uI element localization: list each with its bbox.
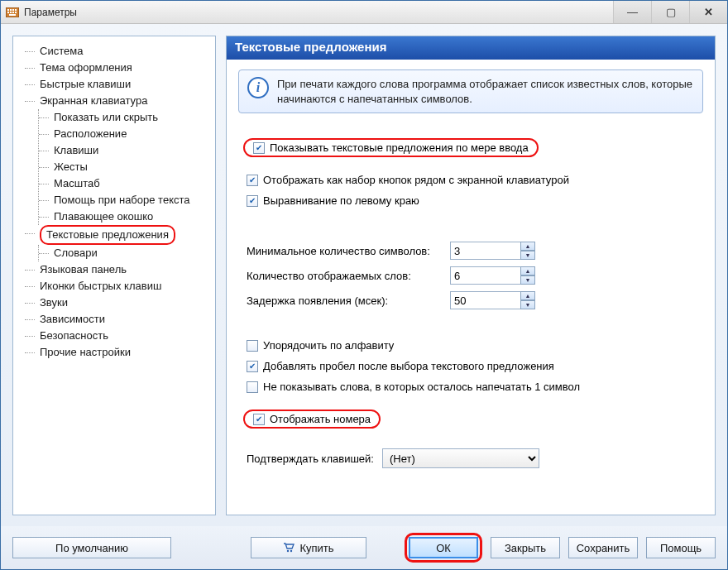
checkbox-hide-one-left[interactable]: Не показывать слова, в которых осталось … [247,381,703,393]
svg-rect-4 [15,9,17,11]
spin-up-icon[interactable]: ▲ [520,266,535,275]
tree-item-sounds[interactable]: Звуки [25,295,212,311]
checkbox-left-align[interactable]: Выравнивание по левому краю [247,194,703,207]
spin-down-icon[interactable]: ▼ [520,251,535,260]
info-icon: i [247,77,269,98]
svg-rect-7 [12,12,14,13]
close-button[interactable]: ✕ [689,1,727,23]
tree-item-dictionaries[interactable]: Словари [39,245,212,261]
tree-item-onscreen-keyboard[interactable]: Экранная клавиатура [25,93,212,109]
checkbox-icon [253,414,265,425]
minimize-button[interactable]: — [613,1,651,23]
app-icon [6,7,19,18]
spin-up-icon[interactable]: ▲ [520,291,535,300]
tree-item-lang-panel[interactable]: Языковая панель [25,261,212,278]
word-count-input[interactable] [450,266,521,285]
window-title: Параметры [24,7,613,18]
spin-down-icon[interactable]: ▼ [520,300,535,309]
spin-down-icon[interactable]: ▼ [520,275,535,285]
tree-item-misc[interactable]: Прочие настройки [25,344,212,361]
close-dialog-button[interactable]: Закрыть [491,537,560,558]
nav-tree: Система Тема оформления Быстрые клавиши … [13,40,215,364]
ok-highlight: ОК [405,533,482,563]
checkbox-icon [247,381,258,393]
svg-rect-6 [10,12,12,13]
checkbox-icon [247,340,258,352]
checkbox-alpha-sort[interactable]: Упорядочить по алфавиту [247,339,703,352]
checkbox-icon [253,142,265,154]
save-button[interactable]: Сохранить [568,537,638,558]
tree-item-hotkey-icons[interactable]: Иконки быстрых клавиш [25,278,212,295]
tree-item-gestures[interactable]: Жесты [39,159,212,175]
help-button[interactable]: Помощь [646,537,716,558]
tree-item-layout[interactable]: Расположение [39,126,212,142]
section-body: i При печати каждого слова программа ото… [227,60,715,515]
checkbox-icon [247,195,258,207]
buy-button[interactable]: Купить [251,537,366,558]
checkbox-icon [247,361,258,372]
svg-rect-9 [9,14,16,16]
field-min-chars: Минимальное количество символов: ▲▼ [247,242,703,260]
info-text: При печати каждого слова программа отобр… [277,77,694,106]
svg-rect-5 [7,12,9,13]
confirm-key-select[interactable]: (Нет) [382,448,539,468]
info-box: i При печати каждого слова программа ото… [238,69,703,113]
checkbox-as-buttons[interactable]: Отображать как набор кнопок рядом с экра… [247,174,703,186]
tree-item-hotkeys[interactable]: Быстрые клавиши [25,76,212,93]
field-confirm-key: Подтверждать клавишей: (Нет) [247,448,703,468]
tree-item-security[interactable]: Безопасность [25,328,212,344]
tree-item-theme[interactable]: Тема оформления [25,60,212,76]
svg-rect-8 [15,12,17,13]
content-area: Система Тема оформления Быстрые клавиши … [1,24,727,526]
tree-item-system[interactable]: Система [25,43,212,60]
settings-window: Параметры — ▢ ✕ Система Тема оформления … [0,0,728,570]
tree-item-scale[interactable]: Масштаб [39,175,212,192]
settings-panel: Текстовые предложения i При печати каждо… [226,36,716,515]
tree-item-deps[interactable]: Зависимости [25,311,212,328]
tree-item-show-hide[interactable]: Показать или скрыть [39,109,212,126]
maximize-button[interactable]: ▢ [651,1,689,23]
svg-rect-2 [10,9,12,11]
svg-rect-3 [12,9,14,11]
checkbox-add-space[interactable]: Добавлять пробел после выбора текстового… [247,360,703,372]
tree-item-text-suggestions[interactable]: Текстовые предложения [25,225,212,245]
window-buttons: — ▢ ✕ [613,1,727,23]
section-header: Текстовые предложения [227,36,715,60]
defaults-button[interactable]: По умолчанию [12,537,171,558]
field-delay: Задержка появления (мсек): ▲▼ [247,291,703,309]
cart-icon [283,543,295,553]
ok-button[interactable]: ОК [409,537,478,558]
footer: По умолчанию Купить ОК Закрыть Сохранить… [1,526,727,569]
delay-input[interactable] [450,291,521,309]
tree-item-keys[interactable]: Клавиши [39,142,212,159]
svg-point-11 [290,550,292,552]
titlebar: Параметры — ▢ ✕ [1,1,727,24]
checkbox-icon [247,175,258,186]
checkbox-show-numbers[interactable]: Отображать номера [243,410,381,429]
tree-item-floating[interactable]: Плавающее окошко [39,208,212,225]
field-word-count: Количество отображаемых слов: ▲▼ [247,266,703,285]
nav-tree-panel: Система Тема оформления Быстрые клавиши … [12,36,216,515]
tree-item-typing-help[interactable]: Помощь при наборе текста [39,192,212,208]
svg-point-10 [287,550,289,552]
checkbox-show-suggestions[interactable]: Показывать текстовые предложения по мере… [243,138,539,157]
spin-up-icon[interactable]: ▲ [520,242,535,251]
svg-rect-1 [7,9,9,11]
min-chars-input[interactable] [450,242,521,260]
